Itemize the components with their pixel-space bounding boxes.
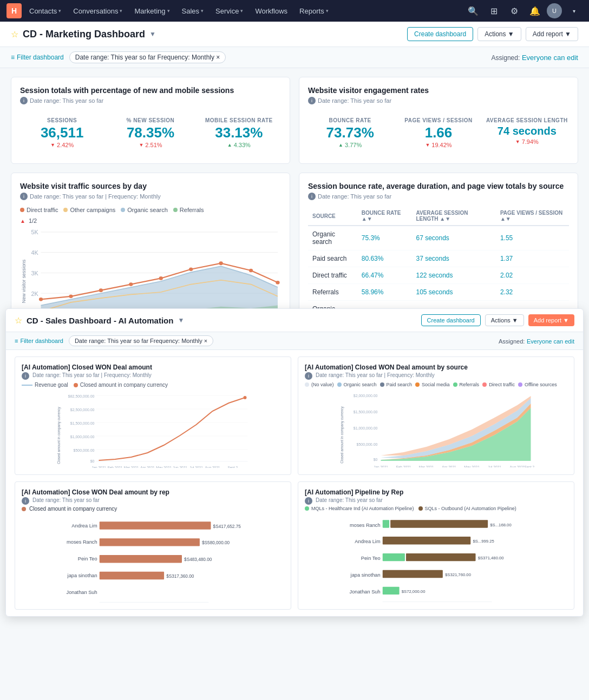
direct-traffic-dot	[20, 208, 24, 212]
sales-add-report-button[interactable]: Add report ▼	[528, 314, 574, 326]
svg-text:Mar 2021: Mar 2021	[124, 466, 139, 468]
pr-legend: MQLs - Healthcare Ind (AI Automation Pip…	[305, 506, 567, 511]
svg-text:$S321,760.00: $S321,760.00	[445, 572, 471, 577]
svg-text:Sept 2...: Sept 2...	[524, 465, 537, 467]
nav-workflows[interactable]: Workflows	[251, 5, 292, 17]
closed-won-title: [AI Automation] Closed WON Deal amount	[22, 364, 284, 371]
counter-up-icon: ▲	[20, 218, 25, 224]
svg-text:Andrea Lim: Andrea Lim	[71, 523, 97, 529]
bounce-info-icon: i	[308, 193, 316, 200]
social-media-legend: Social media	[415, 382, 450, 387]
svg-point-17	[189, 267, 193, 271]
nav-contacts[interactable]: Contacts ▾	[25, 5, 66, 17]
cwr-title: [AI Automation] Close WON Deal amount by…	[22, 488, 284, 496]
sales-bottom-row: [AI Automation] Close WON Deal amount by…	[15, 481, 574, 610]
page-views-col-header[interactable]: PAGE VIEWS / SESSION ▲▼	[496, 207, 569, 226]
pipeline-rep-widget: [AI Automation] Pipeline by Rep i Date r…	[298, 481, 574, 610]
avg-session-col-header[interactable]: AVERAGE SESSION LENGTH ▲▼	[411, 207, 495, 226]
cwr-subtitle: i Date range: This year so far	[22, 497, 284, 505]
svg-point-20	[276, 281, 279, 285]
svg-text:Jonathan Suh: Jonathan Suh	[350, 589, 381, 595]
svg-text:Aug 2021: Aug 2021	[510, 465, 525, 467]
dashboard-title-chevron[interactable]: ▼	[149, 30, 156, 38]
actions-button[interactable]: Actions ▼	[477, 27, 521, 41]
bounce-rate-change-icon: ▲	[338, 142, 343, 148]
svg-rect-70	[100, 538, 200, 546]
create-dashboard-button[interactable]: Create dashboard	[407, 27, 473, 41]
legend-other-campaigns: Other campaigns	[63, 207, 115, 213]
svg-text:May 2021: May 2021	[464, 465, 480, 467]
filter-dashboard-link[interactable]: ≡ Filter dashboard	[11, 54, 64, 61]
marketing-filter-bar: ≡ Filter dashboard Date range: This year…	[0, 47, 589, 68]
nav-marketing[interactable]: Marketing ▾	[130, 5, 174, 17]
closed-won-amount-widget: [AI Automation] Closed WON Deal amount i…	[15, 356, 291, 475]
table-row: Direct traffic 66.47% 122 seconds 2.02	[308, 267, 569, 284]
sales-actions-button[interactable]: Actions ▼	[485, 314, 524, 326]
avg-session-length-metric: AVERAGE SESSION LENGTH 74 seconds ▼ 7.94…	[485, 117, 569, 148]
service-chevron-icon: ▾	[240, 8, 243, 14]
svg-text:Apr 2021: Apr 2021	[140, 466, 155, 468]
assigned-value[interactable]: Everyone can edit	[522, 54, 578, 62]
avg-session-change-icon: ▼	[515, 139, 520, 144]
hubspot-logo[interactable]: H	[6, 3, 22, 18]
svg-point-16	[159, 276, 163, 280]
notifications-icon[interactable]: 🔔	[526, 2, 544, 19]
svg-text:$2,000,000.00: $2,000,000.00	[354, 394, 378, 398]
svg-text:$S...168.00: $S...168.00	[490, 523, 511, 527]
settings-icon[interactable]: ⚙	[506, 2, 523, 19]
nav-conversations[interactable]: Conversations ▾	[69, 5, 127, 17]
svg-rect-82	[383, 520, 389, 527]
svg-point-40	[244, 396, 247, 399]
actions-chevron-icon: ▼	[508, 30, 514, 38]
mobile-session-change-icon: ▲	[227, 142, 232, 148]
svg-point-15	[129, 282, 133, 286]
session-totals-subtitle: i Date range: This year so far	[20, 97, 281, 104]
add-report-button[interactable]: Add report ▼	[526, 27, 578, 41]
info-icon: i	[20, 97, 28, 104]
session-totals-widget: Session totals with percentage of new an…	[11, 77, 290, 164]
traffic-info-icon: i	[20, 193, 28, 200]
svg-point-13	[69, 294, 73, 298]
sales-dashboard-overlay: ☆ CD - Sales Dashboard - AI Automation ▼…	[5, 308, 584, 617]
sales-filter-link[interactable]: ≡ Filter dashboard	[15, 338, 63, 344]
session-metrics-grid: SESSIONS 36,511 ▼ 2.42% % NEW SESSION 78…	[20, 111, 281, 155]
svg-text:$S371,480.00: $S371,480.00	[478, 556, 504, 560]
svg-text:$S483,480.00: $S483,480.00	[184, 557, 212, 562]
svg-point-18	[219, 261, 223, 265]
sales-dashboard-header: ☆ CD - Sales Dashboard - AI Automation ▼…	[6, 309, 583, 332]
user-avatar[interactable]: U	[547, 3, 562, 18]
svg-rect-90	[406, 553, 476, 561]
sales-title-chevron[interactable]: ▼	[178, 316, 184, 324]
marketplace-icon[interactable]: ⊞	[485, 2, 502, 19]
source-col-header[interactable]: SOURCE	[308, 207, 357, 226]
svg-text:moses Ranch: moses Ranch	[350, 523, 381, 528]
svg-text:Aug 2021: Aug 2021	[205, 466, 220, 468]
sales-dashboard-star[interactable]: ☆	[15, 315, 22, 326]
closed-won-legend: Revenue goal Closed amount in company cu…	[22, 382, 284, 388]
nav-sales[interactable]: Sales ▾	[178, 5, 208, 17]
table-row: Referrals 58.96% 105 seconds 2.32	[308, 284, 569, 301]
search-button[interactable]: 🔍	[464, 2, 482, 19]
nav-service[interactable]: Service ▾	[211, 5, 247, 17]
bounce-rate-subtitle: i Date range: This year so far	[308, 193, 569, 200]
mqls-legend: MQLs - Healthcare Ind (AI Automation Pip…	[305, 506, 414, 511]
svg-rect-83	[390, 520, 488, 527]
bounce-rate-col-header[interactable]: BOUNCE RATE ▲▼	[357, 207, 412, 226]
dashboard-star-icon[interactable]: ☆	[11, 29, 18, 39]
reports-chevron-icon: ▾	[326, 8, 329, 14]
account-chevron-icon[interactable]: ▾	[565, 2, 583, 19]
svg-text:$82,500,000.00: $82,500,000.00	[68, 394, 95, 398]
svg-text:3K: 3K	[31, 270, 38, 276]
svg-text:Apr 2021: Apr 2021	[442, 465, 456, 467]
sales-create-dashboard-button[interactable]: Create dashboard	[421, 314, 481, 326]
nav-reports[interactable]: Reports ▾	[295, 5, 333, 17]
sales-assigned-value[interactable]: Everyone can edit	[527, 338, 574, 345]
cwr-info-icon: i	[22, 497, 29, 505]
closed-amount-dot	[74, 383, 78, 387]
engagement-subtitle: i Date range: This year so far	[308, 97, 569, 104]
traffic-subtitle: i Date range: This year so far | Frequen…	[20, 193, 281, 200]
legend-direct-traffic: Direct traffic	[20, 207, 58, 213]
cwr-legend-dot	[22, 507, 26, 511]
referrals-legend: Referrals	[453, 382, 480, 387]
new-session-metric: % NEW SESSION 78.35% ▼ 2.51%	[108, 117, 192, 148]
